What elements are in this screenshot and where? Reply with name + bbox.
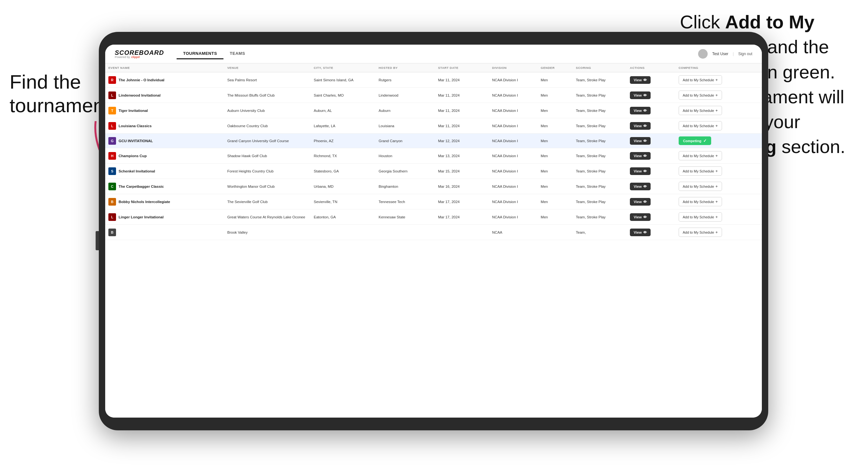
event-cell-inner: L Lindenwood Invitational [108, 92, 221, 99]
actions-cell: View 👁 [627, 163, 676, 179]
city-cell: Richmond, TX [310, 148, 375, 163]
view-button[interactable]: View 👁 [630, 152, 651, 160]
plus-icon: + [715, 77, 718, 82]
hosted-cell: Auburn [375, 103, 435, 118]
add-to-schedule-button[interactable]: Add to My Schedule + [679, 121, 722, 130]
event-name: Schenkel Invitational [119, 169, 155, 173]
add-schedule-label: Add to My Schedule [683, 230, 714, 234]
event-cell-8: C The Carpetbagger Classic [105, 179, 224, 194]
add-to-schedule-button[interactable]: Add to My Schedule + [679, 182, 722, 191]
eye-icon: 👁 [643, 154, 647, 158]
event-cell-10: L Linger Longer Invitational [105, 210, 224, 225]
date-cell: Mar 11, 2024 [435, 72, 489, 88]
actions-cell: View 👁 [627, 103, 676, 118]
event-cell-2: L Lindenwood Invitational [105, 88, 224, 103]
event-cell-inner: R The Johnnie - O Individual [108, 76, 221, 84]
scoring-cell: Team, Stroke Play [573, 194, 627, 210]
add-schedule-label: Add to My Schedule [683, 109, 714, 113]
plus-icon: + [715, 153, 718, 158]
city-cell: Saint Charles, MO [310, 88, 375, 103]
add-to-schedule-button[interactable]: Add to My Schedule + [679, 75, 722, 85]
date-cell [435, 225, 489, 240]
competing-button[interactable]: Competing ✓ [679, 136, 711, 145]
plus-icon: + [715, 199, 718, 204]
view-label: View [634, 230, 642, 234]
add-to-schedule-button[interactable]: Add to My Schedule + [679, 151, 722, 160]
gender-cell: Men [537, 103, 572, 118]
event-cell-inner: T Tiger Invitational [108, 107, 221, 115]
col-header-date: START DATE [435, 63, 489, 72]
date-cell: Mar 11, 2024 [435, 103, 489, 118]
col-header-scoring: SCORING [573, 63, 627, 72]
eye-icon: 👁 [643, 124, 647, 128]
table-body: R The Johnnie - O Individual Sea Palms R… [105, 72, 762, 240]
city-cell: Lafayette, LA [310, 118, 375, 133]
competing-cell: Add to My Schedule + [676, 88, 762, 103]
hosted-cell [375, 225, 435, 240]
view-button[interactable]: View 👁 [630, 213, 651, 221]
view-label: View [634, 93, 642, 97]
tablet-frame: SCOREBOARD Powered by clippd TOURNAMENTS… [99, 32, 768, 430]
nav-tab-teams[interactable]: TEAMS [223, 49, 251, 59]
view-button[interactable]: View 👁 [630, 167, 651, 175]
event-cell-inner: L Linger Longer Invitational [108, 213, 221, 221]
table-row: S Schenkel Invitational Forest Heights C… [105, 163, 762, 179]
add-to-schedule-button[interactable]: Add to My Schedule + [679, 197, 722, 206]
event-name: Tiger Invitational [119, 109, 148, 113]
scoring-cell: Team, Stroke Play [573, 163, 627, 179]
competing-cell: Add to My Schedule + [676, 163, 762, 179]
competing-cell: Competing ✓ [676, 133, 762, 148]
add-schedule-label: Add to My Schedule [683, 154, 714, 158]
hosted-cell: Kennesaw State [375, 210, 435, 225]
view-label: View [634, 124, 642, 128]
view-button[interactable]: View 👁 [630, 198, 651, 206]
view-button[interactable]: View 👁 [630, 92, 651, 99]
eye-icon: 👁 [643, 169, 647, 173]
competing-cell: Add to My Schedule + [676, 118, 762, 133]
view-button[interactable]: View 👁 [630, 122, 651, 130]
plus-icon: + [715, 93, 718, 97]
competing-cell: Add to My Schedule + [676, 194, 762, 210]
view-button[interactable]: View 👁 [630, 107, 651, 115]
date-cell: Mar 17, 2024 [435, 194, 489, 210]
division-cell: NCAA Division I [489, 194, 538, 210]
division-cell: NCAA Division I [489, 118, 538, 133]
actions-cell: View 👁 [627, 133, 676, 148]
add-to-schedule-button[interactable]: Add to My Schedule + [679, 91, 722, 100]
add-schedule-label: Add to My Schedule [683, 93, 714, 97]
table-row: B Brook ValleyNCAATeam, View 👁 Add to My… [105, 225, 762, 240]
gender-cell: Men [537, 118, 572, 133]
eye-icon: 👁 [643, 78, 647, 82]
venue-cell: Oakbourne Country Club [224, 118, 310, 133]
col-header-event: EVENT NAME [105, 63, 224, 72]
plus-icon: + [715, 168, 718, 174]
scoring-cell: Team, Stroke Play [573, 179, 627, 194]
logo-area: SCOREBOARD Powered by clippd [115, 50, 164, 59]
competing-label: Competing [683, 139, 701, 143]
header-separator: | [733, 52, 734, 56]
event-cell-5: G GCU INVITATIONAL [105, 133, 224, 148]
col-header-gender: GENDER [537, 63, 572, 72]
sign-out-link[interactable]: Sign out [738, 52, 752, 56]
venue-cell: Auburn University Club [224, 103, 310, 118]
view-button[interactable]: View 👁 [630, 76, 651, 84]
view-button[interactable]: View 👁 [630, 228, 651, 236]
add-to-schedule-button[interactable]: Add to My Schedule + [679, 106, 722, 115]
add-to-schedule-button[interactable]: Add to My Schedule + [679, 212, 722, 222]
hosted-cell: Louisiana [375, 118, 435, 133]
hosted-cell: Rutgers [375, 72, 435, 88]
venue-cell: Forest Heights Country Club [224, 163, 310, 179]
view-label: View [634, 200, 642, 204]
add-to-schedule-button[interactable]: Add to My Schedule + [679, 166, 722, 176]
header-right: Test User | Sign out [698, 49, 752, 59]
nav-tab-tournaments[interactable]: TOURNAMENTS [177, 49, 223, 59]
date-cell: Mar 13, 2024 [435, 148, 489, 163]
logo-powered: Powered by clippd [115, 56, 164, 59]
view-button[interactable]: View 👁 [630, 137, 651, 145]
date-cell: Mar 11, 2024 [435, 118, 489, 133]
add-to-schedule-button[interactable]: Add to My Schedule + [679, 227, 722, 237]
division-cell: NCAA Division I [489, 163, 538, 179]
eye-icon: 👁 [643, 139, 647, 143]
view-button[interactable]: View 👁 [630, 183, 651, 190]
plus-icon: + [715, 215, 718, 219]
